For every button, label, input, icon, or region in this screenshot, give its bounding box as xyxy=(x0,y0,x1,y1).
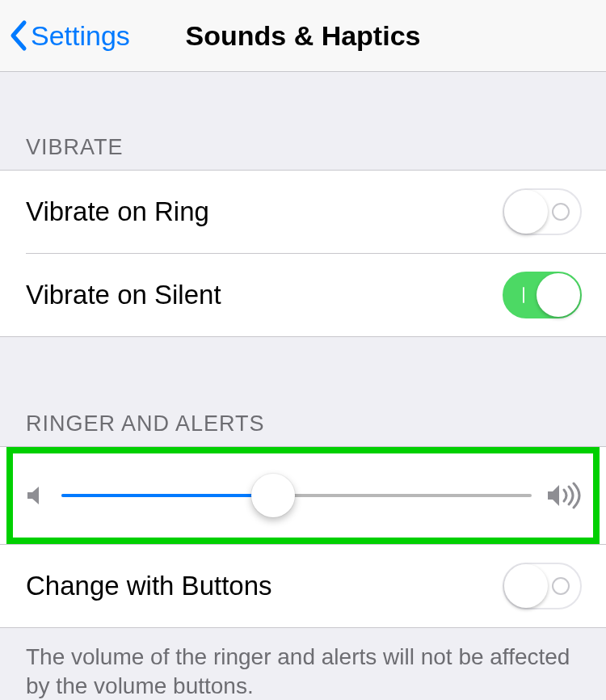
back-label: Settings xyxy=(31,20,130,52)
navigation-bar: Settings Sounds & Haptics xyxy=(0,0,606,72)
vibrate-on-silent-toggle[interactable] xyxy=(503,272,582,318)
back-button[interactable]: Settings xyxy=(8,19,130,52)
speaker-low-icon xyxy=(24,484,47,507)
toggle-knob xyxy=(537,273,580,317)
vibrate-on-ring-toggle[interactable] xyxy=(503,188,582,235)
change-with-buttons-group: Change with Buttons xyxy=(0,544,606,628)
toggle-knob xyxy=(504,564,548,608)
slider-track xyxy=(61,494,532,497)
slider-fill xyxy=(61,494,273,497)
speaker-high-icon xyxy=(546,482,582,509)
section-header-ringer: RINGER AND ALERTS xyxy=(0,337,606,446)
change-with-buttons-row: Change with Buttons xyxy=(0,544,606,627)
vibrate-group: Vibrate on Ring Vibrate on Silent xyxy=(0,170,606,337)
ringer-volume-row xyxy=(6,447,600,544)
ringer-slider-group xyxy=(0,446,606,544)
volume-slider[interactable] xyxy=(61,471,532,520)
ringer-footer-text: The volume of the ringer and alerts will… xyxy=(0,628,606,700)
slider-thumb[interactable] xyxy=(251,474,295,517)
section-header-vibrate: VIBRATE xyxy=(0,72,606,170)
vibrate-on-ring-row: Vibrate on Ring xyxy=(0,171,606,253)
vibrate-on-silent-label: Vibrate on Silent xyxy=(26,280,221,310)
chevron-left-icon xyxy=(8,19,27,52)
change-with-buttons-label: Change with Buttons xyxy=(26,571,272,601)
vibrate-on-silent-row: Vibrate on Silent xyxy=(26,253,606,336)
vibrate-on-ring-label: Vibrate on Ring xyxy=(26,196,209,227)
change-with-buttons-toggle[interactable] xyxy=(503,563,582,609)
toggle-knob xyxy=(504,190,548,234)
